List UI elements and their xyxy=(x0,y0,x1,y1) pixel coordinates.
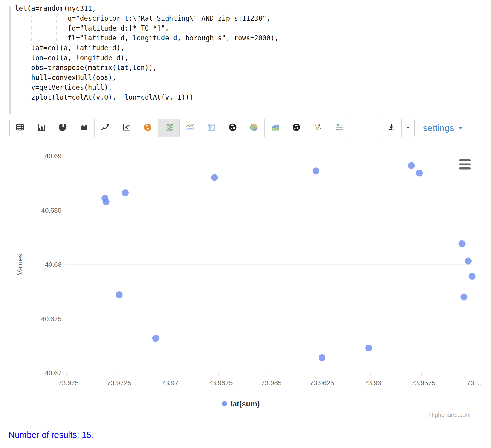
panel-edge-line xyxy=(1,0,1,132)
globe-orange-icon xyxy=(143,123,152,133)
chart-type-button-heatmap[interactable] xyxy=(201,119,222,137)
y-tick-label: 40.68 xyxy=(45,261,62,268)
globe-dark2-icon xyxy=(292,123,301,133)
x-tick-label: −73.9675 xyxy=(204,379,233,387)
chart-type-button-dot-grid[interactable] xyxy=(158,119,180,137)
download-icon xyxy=(387,123,396,133)
x-tick-label: −73.9725 xyxy=(103,379,131,387)
data-point[interactable] xyxy=(211,174,218,181)
results-count-text: Number of results: 15. xyxy=(8,430,94,440)
data-point[interactable] xyxy=(465,258,472,265)
chart-type-button-table[interactable] xyxy=(10,119,31,137)
legend-marker xyxy=(222,401,227,406)
chart-type-button-multi-line-chart[interactable] xyxy=(180,119,201,137)
bar-chart-icon xyxy=(37,123,46,133)
chart-type-button-pie-chart[interactable] xyxy=(52,119,73,137)
chart-type-toolbar xyxy=(9,119,350,137)
data-point[interactable] xyxy=(408,162,415,169)
code-block-quote-bar xyxy=(9,6,11,114)
chart-type-button-area-color[interactable] xyxy=(265,119,286,137)
data-point[interactable] xyxy=(116,291,123,298)
scatter-plot-icon xyxy=(122,123,131,133)
data-point[interactable] xyxy=(313,167,319,174)
globe-dark-icon xyxy=(228,123,237,133)
code-editor[interactable]: let(a=random(nyc311, q="descriptor_t:\"R… xyxy=(15,4,279,102)
settings-label: settings xyxy=(423,123,454,133)
data-point[interactable] xyxy=(152,335,159,342)
x-tick-label: −73.9625 xyxy=(306,379,334,387)
download-button-group xyxy=(381,119,415,137)
chart-type-button-parallel-coords[interactable] xyxy=(328,119,350,137)
parallel-coords-icon xyxy=(334,123,344,133)
pie-chart-icon xyxy=(58,123,67,133)
settings-caret-icon xyxy=(457,126,464,130)
chart-type-button-area-chart[interactable] xyxy=(73,119,95,137)
data-point[interactable] xyxy=(122,189,129,196)
table-icon xyxy=(15,123,25,133)
chart-type-button-globe-orange[interactable] xyxy=(137,119,158,137)
multi-line-chart-icon xyxy=(185,123,195,133)
data-point[interactable] xyxy=(365,345,372,351)
chart-type-button-globe-dark2[interactable] xyxy=(286,119,307,137)
x-tick-label: −73.96 xyxy=(360,379,381,387)
chart-type-button-pie-color[interactable] xyxy=(243,119,265,137)
settings-link[interactable]: settings xyxy=(423,119,464,137)
legend-label: lat(sum) xyxy=(231,400,260,408)
bubble-chart-icon xyxy=(313,123,322,133)
chart-type-button-line-chart[interactable] xyxy=(95,119,116,137)
data-point[interactable] xyxy=(416,170,423,177)
caret-down-icon xyxy=(404,124,412,132)
x-tick-label: −73.... xyxy=(463,379,481,387)
download-options-button[interactable] xyxy=(402,119,414,137)
x-tick-label: −73.965 xyxy=(257,379,282,387)
scatter-chart: 40.6940.68540.6840.67540.67−73.975−73.97… xyxy=(0,141,491,428)
chart-menu-button[interactable] xyxy=(459,159,471,170)
x-tick-label: −73.975 xyxy=(54,379,79,387)
y-axis-title: Values xyxy=(16,254,24,275)
legend-item[interactable]: lat(sum) xyxy=(222,400,260,408)
x-tick-label: −73.9575 xyxy=(407,379,435,387)
chart-type-button-bubble-chart[interactable] xyxy=(307,119,328,137)
x-tick-label: −73.97 xyxy=(157,379,178,387)
chart-type-button-scatter-plot[interactable] xyxy=(116,119,137,137)
heatmap-icon xyxy=(207,123,216,133)
area-color-icon xyxy=(270,123,280,133)
highcharts-credit[interactable]: Highcharts.com xyxy=(429,412,471,418)
data-point[interactable] xyxy=(460,293,467,300)
data-point[interactable] xyxy=(319,354,325,361)
dot-grid-icon xyxy=(164,123,174,133)
data-point[interactable] xyxy=(469,273,476,280)
data-point[interactable] xyxy=(103,199,110,205)
y-tick-label: 40.67 xyxy=(45,369,62,377)
download-button[interactable] xyxy=(381,119,402,137)
pie-color-icon xyxy=(249,123,259,133)
chart-type-button-globe-dark[interactable] xyxy=(222,119,243,137)
area-chart-icon xyxy=(79,123,89,133)
y-tick-label: 40.69 xyxy=(45,152,62,160)
y-tick-label: 40.675 xyxy=(41,315,62,323)
line-chart-icon xyxy=(100,123,110,133)
data-point[interactable] xyxy=(459,240,466,247)
y-tick-label: 40.685 xyxy=(41,207,62,214)
chart-type-button-bar-chart[interactable] xyxy=(31,119,52,137)
